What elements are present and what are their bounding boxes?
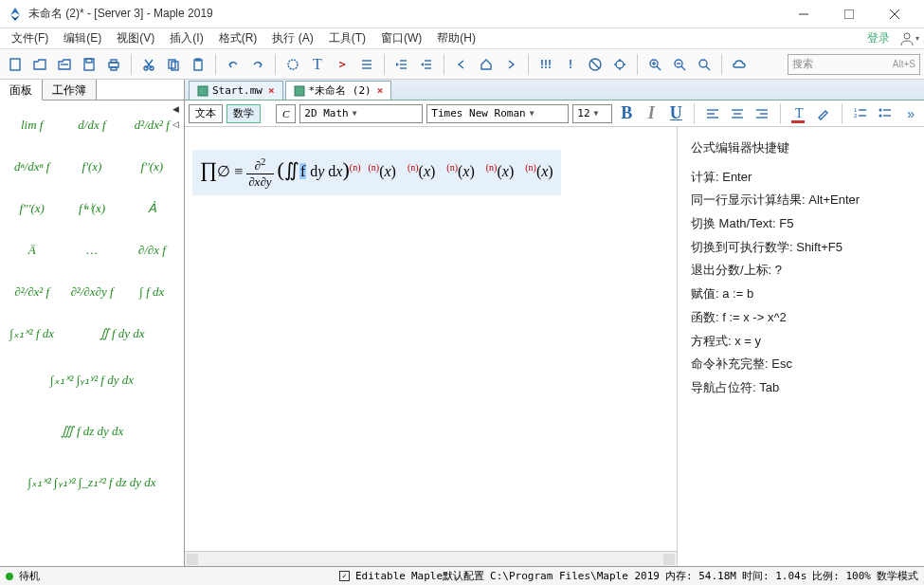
status-bar: 待机 ✓ Editable Maple默认配置 C:\Program Files… (0, 566, 924, 585)
palette-partial[interactable]: ∂/∂x f (124, 231, 180, 269)
status-indicator-icon (6, 573, 13, 580)
palette-dndxn[interactable]: dⁿ/dxⁿ f (4, 148, 60, 186)
stop-icon[interactable] (584, 53, 607, 76)
subsection-icon[interactable] (355, 53, 378, 76)
worksheet-area[interactable]: ∏∅ ≡ ∂2 ∂x∂y (∬f dy dx)(n) (n)(x) (n)(x)… (185, 127, 678, 566)
palette-ddx[interactable]: d/dx f (63, 106, 119, 144)
menu-insert[interactable]: 插入(I) (162, 28, 210, 48)
palette-fdprime[interactable]: f''(x) (124, 148, 180, 186)
palette-fn[interactable]: f⁽ⁿ⁾(x) (63, 190, 119, 228)
cloud-icon[interactable] (728, 53, 751, 76)
login-link[interactable]: 登录 (867, 30, 890, 46)
user-icon[interactable]: ▾ (897, 27, 920, 50)
menu-window[interactable]: 窗口(W) (373, 28, 429, 48)
palette-addot[interactable]: Ä (4, 231, 60, 269)
highlight-icon[interactable] (813, 103, 834, 124)
prompt-icon[interactable]: > (331, 53, 353, 76)
redo-icon[interactable] (246, 53, 269, 76)
worksheet-hscrollbar[interactable] (185, 551, 677, 566)
align-left-icon[interactable] (702, 103, 723, 124)
undo-icon[interactable] (222, 53, 245, 76)
palette-dbldefint[interactable]: ∫ₓ₁ˣ² ∫ᵧ₁ʸ² f dy dx (4, 356, 180, 404)
italic-button[interactable]: I (641, 103, 661, 123)
palette-prev-icon[interactable]: ◁ (169, 118, 182, 131)
palette-adot[interactable]: Ȧ (124, 190, 180, 228)
paste-icon[interactable] (187, 53, 209, 76)
doc-tab-start[interactable]: Start.mw × (189, 81, 283, 100)
palette-partial2x[interactable]: ∂²/∂x² f (4, 273, 60, 311)
palette-dblint[interactable]: ∬ f dy dx (63, 315, 180, 353)
close-tab-icon[interactable]: × (268, 84, 275, 97)
numbered-list-icon[interactable]: 12 (850, 103, 871, 124)
open-icon[interactable] (28, 53, 51, 76)
save-icon[interactable] (78, 53, 100, 76)
menu-execute[interactable]: 执行 (A) (264, 28, 320, 48)
open2-icon[interactable] (53, 53, 76, 76)
help-line: 导航占位符: Tab (691, 376, 911, 400)
math-mode-button[interactable]: 数学 (226, 104, 261, 123)
copy-icon[interactable] (162, 53, 185, 76)
zoom-out-icon[interactable] (668, 53, 691, 76)
editable-checkbox[interactable]: ✓ (339, 571, 350, 581)
back-icon[interactable] (450, 53, 473, 76)
cut-icon[interactable] (137, 53, 160, 76)
math-input-block[interactable]: ∏∅ ≡ ∂2 ∂x∂y (∬f dy dx)(n) (n)(x) (n)(x)… (192, 150, 561, 195)
menu-file[interactable]: 文件(F) (4, 28, 56, 48)
panel-tab-workbook[interactable]: 工作簿 (43, 80, 97, 100)
new-doc-icon[interactable] (4, 53, 27, 76)
toolbar-overflow-icon[interactable]: » (907, 106, 920, 121)
bold-button[interactable]: B (616, 103, 637, 123)
style-c-button[interactable]: C (276, 104, 296, 123)
paragraph-style-select[interactable]: 2D Math▼ (299, 104, 423, 123)
svg-point-32 (616, 61, 624, 68)
align-right-icon[interactable] (752, 103, 772, 124)
palette-dots[interactable]: … (63, 231, 119, 269)
palette-tpldefint[interactable]: ∫ₓ₁ˣ² ∫ᵧ₁ʸ² ∫_z₁ᶻ² f dz dy dx (4, 459, 180, 506)
palette-fprime[interactable]: f'(x) (63, 148, 119, 186)
exec-icon[interactable]: ! (559, 53, 582, 76)
menu-tools[interactable]: 工具(T) (321, 28, 373, 48)
palette-tplint[interactable]: ∭ f dz dy dx (4, 408, 180, 455)
font-size-select[interactable]: 12▼ (572, 104, 612, 123)
forward-icon[interactable] (499, 53, 522, 76)
menu-view[interactable]: 视图(V) (109, 28, 162, 48)
font-select[interactable]: Times New Roman▼ (426, 104, 569, 123)
indent-in-icon[interactable] (415, 53, 438, 76)
app-icon (8, 7, 23, 22)
menu-edit[interactable]: 编辑(E) (56, 28, 109, 48)
doc-tab-untitled[interactable]: *未命名 (2) × (285, 81, 392, 100)
zoom-in-icon[interactable] (643, 53, 666, 76)
bullet-list-icon[interactable] (875, 103, 896, 124)
minimize-button[interactable] (782, 0, 825, 28)
close-tab-icon[interactable]: × (377, 84, 384, 97)
svg-point-62 (879, 114, 882, 117)
text-t-icon[interactable]: T (306, 53, 329, 76)
palette-int[interactable]: ∫ f dx (124, 273, 180, 311)
menu-format[interactable]: 格式(R) (211, 28, 265, 48)
search-box[interactable]: 搜索 Alt+S (788, 54, 920, 75)
svg-point-20 (288, 60, 298, 69)
zoom-reset-icon[interactable] (693, 53, 716, 76)
font-color-icon[interactable]: T (788, 103, 809, 124)
close-button[interactable] (873, 0, 916, 28)
svg-line-42 (681, 66, 685, 70)
help-line: 赋值: a := b (691, 283, 911, 306)
palette-ftprime[interactable]: f'''(x) (4, 190, 60, 228)
print-icon[interactable] (102, 53, 125, 76)
menu-help[interactable]: 帮助(H) (429, 28, 483, 48)
underline-button[interactable]: U (665, 103, 686, 123)
palette-limit[interactable]: lim f (4, 106, 60, 144)
svg-rect-10 (111, 60, 117, 63)
palette-collapse-icon[interactable]: ◀ (169, 102, 182, 116)
palette-defint[interactable]: ∫ₓ₁ˣ² f dx (4, 315, 60, 353)
align-center-icon[interactable] (727, 103, 748, 124)
panel-tab-palette[interactable]: 面板 (0, 80, 43, 101)
home-icon[interactable] (475, 53, 498, 76)
text-mode-button[interactable]: 文本 (189, 104, 223, 123)
palette-partial2xy[interactable]: ∂²/∂x∂y f (63, 273, 119, 311)
exec-all-icon[interactable]: !!! (534, 53, 557, 76)
maximize-button[interactable] (827, 0, 871, 28)
debug-icon[interactable] (608, 53, 631, 76)
section-icon[interactable] (281, 53, 304, 76)
indent-out-icon[interactable] (390, 53, 413, 76)
